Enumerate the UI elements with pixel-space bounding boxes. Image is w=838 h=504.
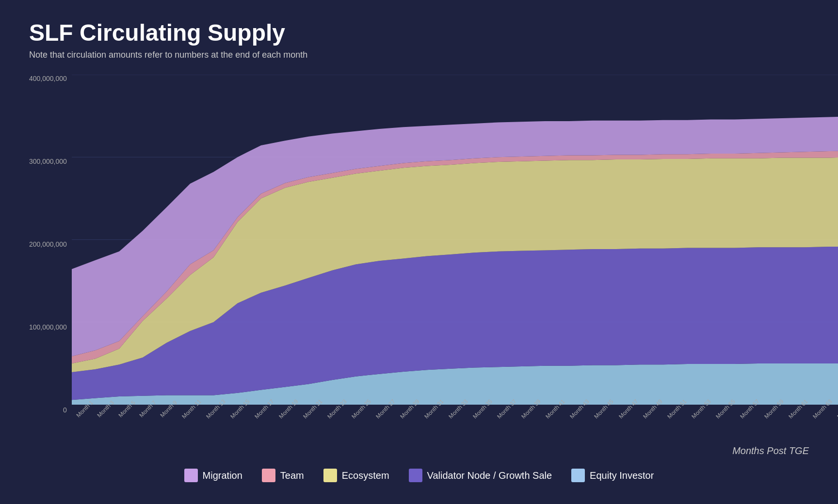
chart-plot: Month 1Month 3Month 5Month 7Month 9Month… xyxy=(72,75,838,443)
x-axis-wrapper: Month 1Month 3Month 5Month 7Month 9Month… xyxy=(72,407,838,443)
y-axis-label: 100,000,000 xyxy=(29,323,67,331)
months-post-tge-label: Months Post TGE xyxy=(29,445,809,457)
legend-label: Team xyxy=(280,470,304,481)
legend-item: Equity Investor xyxy=(571,469,654,482)
legend-item: Team xyxy=(262,469,304,482)
legend-item: Validator Node / Growth Sale xyxy=(409,469,552,482)
y-axis-label: 400,000,000 xyxy=(29,75,67,82)
y-axis-label: 200,000,000 xyxy=(29,240,67,248)
y-axis: 400,000,000300,000,000200,000,000100,000… xyxy=(29,75,72,443)
legend-color-box xyxy=(262,469,275,482)
chart-area: 400,000,000300,000,000200,000,000100,000… xyxy=(29,75,809,443)
legend: MigrationTeamEcosystemValidator Node / G… xyxy=(29,461,809,489)
legend-color-box xyxy=(323,469,337,482)
chart-svg xyxy=(72,75,838,405)
chart-container: 400,000,000300,000,000200,000,000100,000… xyxy=(29,75,809,461)
legend-color-box xyxy=(184,469,198,482)
y-axis-label: 0 xyxy=(63,406,67,414)
legend-item: Ecosystem xyxy=(323,469,389,482)
legend-label: Migration xyxy=(203,470,242,481)
legend-label: Ecosystem xyxy=(342,470,389,481)
legend-item: Migration xyxy=(184,469,242,482)
y-axis-label: 300,000,000 xyxy=(29,158,67,165)
legend-label: Equity Investor xyxy=(590,470,654,481)
page-title: SLF Circulating Supply xyxy=(29,19,809,46)
legend-color-box xyxy=(409,469,422,482)
legend-color-box xyxy=(571,469,585,482)
page-subtitle: Note that circulation amounts refer to n… xyxy=(29,50,809,60)
legend-label: Validator Node / Growth Sale xyxy=(427,470,552,481)
